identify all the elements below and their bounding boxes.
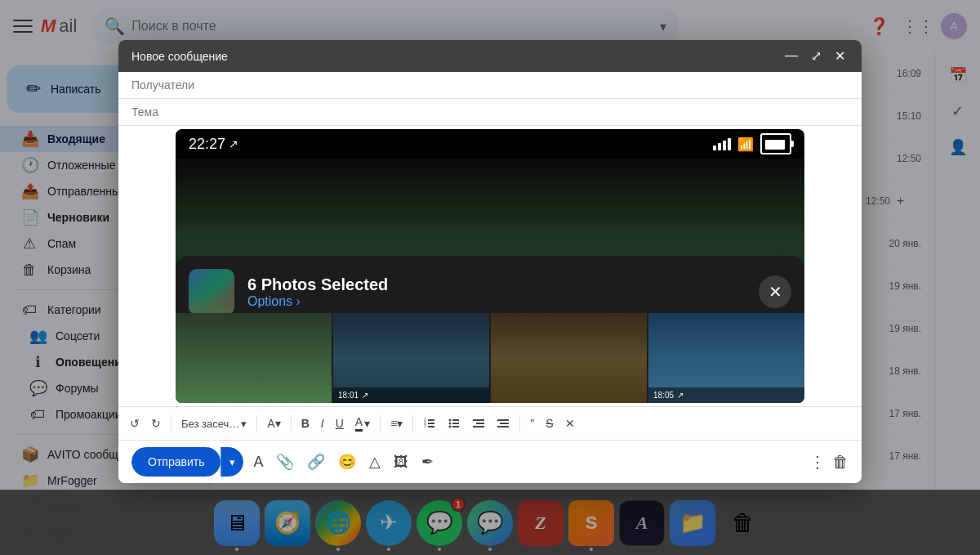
- thumb-4: 18:05 ↗: [648, 313, 804, 403]
- share-info: 6 Photos Selected Options ›: [247, 275, 746, 309]
- send-dropdown-button[interactable]: ▾: [220, 447, 243, 477]
- decrease-indent-icon: [472, 417, 485, 430]
- toolbar-sep-1: [171, 415, 172, 432]
- compose-subject-label: Тема: [131, 105, 158, 119]
- image-action-icon[interactable]: 🖼: [390, 450, 412, 474]
- share-close-icon: ✕: [768, 282, 782, 302]
- svg-rect-16: [500, 423, 509, 424]
- sign-action-icon[interactable]: ✒: [418, 450, 437, 474]
- text-color-button[interactable]: A ▾: [350, 412, 375, 435]
- decrease-indent-button[interactable]: [467, 414, 490, 433]
- emoji-action-icon[interactable]: 😊: [335, 450, 359, 474]
- align-button[interactable]: ≡▾: [385, 414, 408, 433]
- svg-rect-2: [428, 426, 434, 427]
- font-selector[interactable]: Без засеч… ▾: [176, 414, 252, 433]
- thumb-3: [491, 313, 647, 403]
- battery-icon: [760, 133, 791, 154]
- signal-bars-icon: [713, 138, 731, 150]
- thumbnail-strip: 18:01 ↗ 18:05 ↗: [176, 313, 804, 403]
- phone-status-icons: 📶: [713, 133, 791, 154]
- toolbar-sep-6: [519, 415, 520, 432]
- increase-indent-button[interactable]: [492, 414, 514, 433]
- thumb-1: [176, 313, 332, 403]
- text-color-label: A: [355, 415, 363, 432]
- increase-indent-icon: [497, 417, 510, 430]
- share-title: 6 Photos Selected: [247, 275, 746, 294]
- link-action-icon[interactable]: 🔗: [304, 450, 328, 474]
- strikethrough-button[interactable]: S: [541, 414, 558, 433]
- svg-rect-13: [476, 423, 484, 424]
- clear-format-button[interactable]: ✕: [560, 414, 580, 433]
- bullet-list-icon: [448, 417, 461, 430]
- svg-rect-14: [473, 426, 484, 427]
- wifi-icon: 📶: [737, 137, 754, 152]
- italic-button[interactable]: I: [316, 414, 329, 433]
- svg-text:3: 3: [424, 423, 426, 428]
- numbered-list-button[interactable]: 123: [418, 414, 441, 433]
- svg-rect-1: [428, 423, 434, 424]
- compose-minimize-button[interactable]: —: [782, 47, 801, 65]
- share-thumbnail: [189, 269, 234, 315]
- compose-header-buttons: — ⤢ ✕: [782, 47, 849, 65]
- svg-rect-12: [473, 419, 484, 421]
- quote-button[interactable]: ": [525, 414, 539, 433]
- thumb-2-arrow-icon: ↗: [362, 391, 368, 400]
- thumb-4-arrow-icon: ↗: [677, 391, 684, 400]
- thumb-2: 18:01 ↗: [333, 313, 489, 403]
- compose-close-button[interactable]: ✕: [831, 47, 849, 65]
- bullet-list-button[interactable]: [443, 414, 466, 433]
- phone-screenshot: 22:27 ↗ 📶: [176, 129, 804, 403]
- thumb-4-time: 18:05: [653, 391, 674, 400]
- delete-draft-button[interactable]: 🗑: [832, 453, 849, 472]
- svg-point-6: [449, 419, 452, 422]
- compose-header: Новое сообщение — ⤢ ✕: [118, 40, 862, 72]
- drive-action-icon[interactable]: △: [366, 450, 384, 474]
- svg-point-10: [449, 426, 452, 428]
- compose-toolbar: ↺ ↻ Без засеч… ▾ A▾ B I U A ▾ ≡▾ 123: [118, 406, 862, 440]
- toolbar-sep-5: [412, 415, 413, 432]
- svg-point-8: [449, 423, 452, 425]
- font-label: Без засеч…: [181, 418, 239, 430]
- send-button-group: Отправить ▾: [131, 447, 243, 477]
- thumb-2-time: 18:01: [338, 391, 359, 400]
- location-arrow-icon: ↗: [229, 137, 238, 150]
- toolbar-sep-2: [256, 415, 257, 432]
- toolbar-sep-3: [291, 415, 292, 432]
- compose-title: Новое сообщение: [131, 50, 228, 63]
- text-format-action-icon[interactable]: A: [250, 450, 266, 474]
- share-sheet-header: 6 Photos Selected Options › ✕: [189, 269, 791, 315]
- phone-time: 22:27: [189, 136, 225, 153]
- compose-body[interactable]: 22:27 ↗ 📶: [118, 126, 862, 406]
- bold-button[interactable]: B: [296, 414, 314, 433]
- share-options-button[interactable]: Options ›: [247, 294, 746, 309]
- undo-button[interactable]: ↺: [125, 414, 145, 433]
- svg-rect-15: [497, 419, 509, 421]
- svg-rect-0: [428, 419, 434, 421]
- numbered-list-icon: 123: [423, 417, 436, 430]
- underline-button[interactable]: U: [331, 414, 349, 433]
- attach-action-icon[interactable]: 📎: [273, 450, 297, 474]
- compose-window: Новое сообщение — ⤢ ✕ Получатели Тема 22…: [118, 40, 862, 483]
- svg-rect-11: [452, 426, 459, 427]
- compose-to-field[interactable]: Получатели: [118, 72, 862, 99]
- font-dropdown-icon: ▾: [241, 418, 247, 430]
- phone-status-bar: 22:27 ↗ 📶: [176, 129, 804, 159]
- svg-rect-7: [452, 419, 459, 421]
- text-color-dropdown-icon: ▾: [364, 417, 370, 430]
- svg-rect-17: [497, 426, 509, 427]
- redo-button[interactable]: ↻: [146, 414, 166, 433]
- toolbar-sep-4: [380, 415, 381, 432]
- send-button[interactable]: Отправить: [131, 447, 220, 477]
- more-options-button[interactable]: ⋮: [809, 452, 826, 472]
- compose-to-label: Получатели: [131, 78, 194, 92]
- compose-expand-button[interactable]: ⤢: [808, 47, 825, 65]
- share-close-button[interactable]: ✕: [759, 275, 791, 308]
- compose-actions: Отправить ▾ A 📎 🔗 😊 △ 🖼 ✒ ⋮ 🗑: [118, 440, 862, 483]
- compose-subject-field[interactable]: Тема: [118, 99, 862, 126]
- svg-rect-9: [452, 423, 459, 424]
- format-size-button[interactable]: A▾: [262, 414, 285, 433]
